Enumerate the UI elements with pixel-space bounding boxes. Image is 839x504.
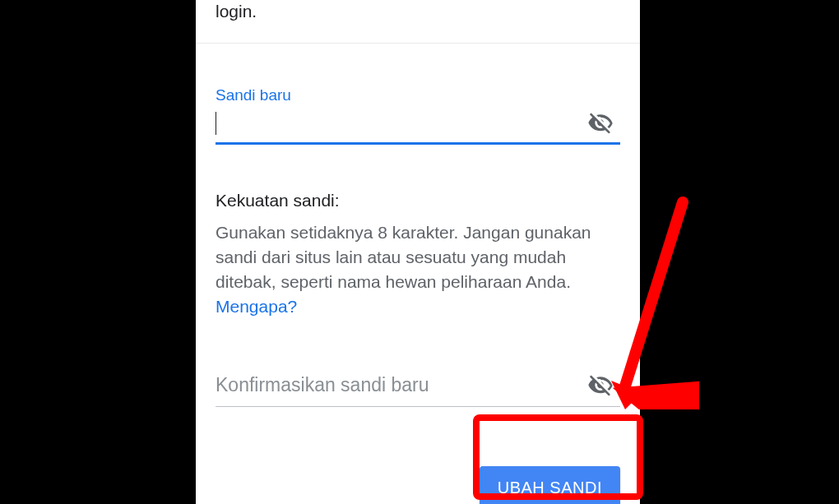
eye-off-icon [587, 110, 614, 136]
eye-off-icon [587, 372, 614, 399]
strength-description: Gunakan setidaknya 8 karakter. Jangan gu… [216, 220, 620, 318]
new-password-input-row[interactable] [216, 109, 620, 145]
why-link[interactable]: Mengapa? [216, 297, 297, 316]
confirm-password-input[interactable] [216, 372, 586, 400]
change-password-button[interactable]: UBAH SANDI [480, 466, 620, 504]
section-divider [196, 43, 640, 44]
toggle-confirm-visibility-button[interactable] [586, 374, 615, 397]
password-change-screen: login. Sandi baru Kekuatan sandi: Gunaka… [196, 0, 640, 504]
new-password-field-block: Sandi baru [196, 86, 640, 145]
strength-desc-text: Gunakan setidaknya 8 karakter. Jangan gu… [216, 223, 591, 291]
button-wrap: UBAH SANDI [196, 466, 640, 504]
toggle-visibility-button[interactable] [586, 112, 615, 135]
new-password-input[interactable] [220, 109, 586, 137]
new-password-label: Sandi baru [216, 86, 620, 104]
confirm-password-input-row[interactable] [216, 372, 620, 407]
text-cursor [216, 112, 216, 135]
confirm-password-field-block [196, 372, 640, 407]
password-strength-block: Kekuatan sandi: Gunakan setidaknya 8 kar… [196, 191, 640, 318]
intro-text-tail: login. [196, 0, 640, 23]
strength-title: Kekuatan sandi: [216, 191, 620, 210]
